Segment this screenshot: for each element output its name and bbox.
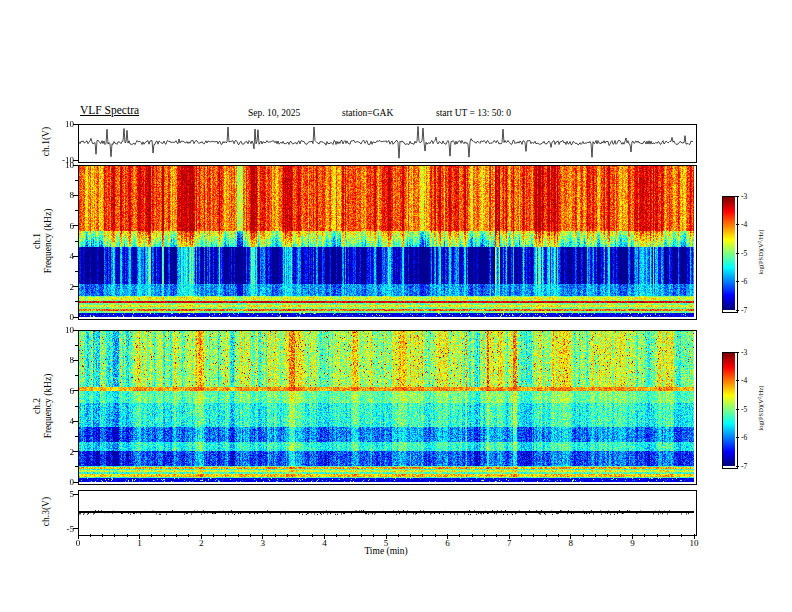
freq-tick-label: 0 [50,312,74,322]
freq-tick-label: 6 [50,221,74,231]
time-minor-tick-mark [459,534,460,537]
time-minor-tick-mark [287,534,288,537]
time-minor-tick-mark [90,534,91,537]
colorbar-tick-mark [736,380,739,381]
ch3-waveform-canvas [79,491,694,533]
colorbar-tick-label: -3 [741,348,747,357]
time-minor-tick-mark [595,534,596,537]
time-minor-tick-mark [484,534,485,537]
time-minor-tick-mark [164,534,165,537]
freq-minor-tick-mark [75,271,78,272]
freq-minor-tick-mark [75,466,78,467]
time-minor-tick-mark [188,534,189,537]
colorbar-tick-label: -7 [741,306,747,315]
colorbar-tick-mark [736,352,739,353]
freq-tick-label: 2 [50,282,74,292]
time-tick-label: 9 [622,538,642,548]
time-tick-label: 8 [561,538,581,548]
time-minor-tick-mark [102,534,103,537]
time-tick-label: 0 [68,538,88,548]
freq-minor-tick-mark [75,241,78,242]
freq-minor-tick-mark [75,180,78,181]
freq-tick-label: 2 [50,447,74,457]
freq-tick-label: 6 [50,386,74,396]
colorbar-tick-label: -5 [741,249,747,258]
wave1-tick-label: -10 [50,155,74,165]
time-minor-tick-mark [114,534,115,537]
freq-tick-label: 8 [50,355,74,365]
freq-tick-label: 10 [50,325,74,335]
colorbar-tick-mark [736,310,739,311]
wave3-tick-label: -5 [50,524,74,534]
time-minor-tick-mark [472,534,473,537]
colorbar-tick-label: -3 [741,192,747,201]
time-tick-label: 7 [499,538,519,548]
header-date: Sep. 10, 2025 [248,108,300,118]
time-minor-tick-mark [620,534,621,537]
colorbar-tick-label: -5 [741,405,747,414]
time-minor-tick-mark [275,534,276,537]
time-minor-tick-mark [250,534,251,537]
time-minor-tick-mark [398,534,399,537]
freq-tick-label: 4 [50,251,74,261]
time-minor-tick-mark [496,534,497,537]
freq-minor-tick-mark [75,375,78,376]
wave1-tick-label: 10 [50,119,74,129]
time-tick-label: 2 [191,538,211,548]
ch2-spec-ylabel-line1: ch.2 [32,346,43,466]
time-minor-tick-mark [607,534,608,537]
time-minor-tick-mark [127,534,128,537]
time-minor-tick-mark [435,534,436,537]
ch1-spec-ylabel-line1: ch.1 [32,181,43,301]
time-tick-label: 3 [253,538,273,548]
time-minor-tick-mark [558,534,559,537]
colorbar-tick-label: -7 [741,462,747,471]
colorbar-tick-mark [736,437,739,438]
colorbar-tick-mark [736,196,739,197]
time-minor-tick-mark [151,534,152,537]
colorbar-ch1-label: log(PSD)(V²/Hz) [757,207,765,297]
ch2-spectrogram-canvas [79,331,694,482]
time-minor-tick-mark [583,534,584,537]
time-minor-tick-mark [349,534,350,537]
freq-minor-tick-mark [75,301,78,302]
colorbar-tick-label: -6 [741,277,747,286]
time-minor-tick-mark [373,534,374,537]
time-minor-tick-mark [422,534,423,537]
time-minor-tick-mark [644,534,645,537]
colorbar-ch1-canvas [723,197,735,310]
time-minor-tick-mark [521,534,522,537]
colorbar-ch2-canvas [723,353,735,466]
freq-tick-label: 8 [50,190,74,200]
colorbar-tick-mark [736,409,739,410]
time-minor-tick-mark [361,534,362,537]
time-minor-tick-mark [410,534,411,537]
time-minor-tick-mark [238,534,239,537]
colorbar-tick-mark [736,281,739,282]
freq-tick-label: 0 [50,477,74,487]
time-tick-label: 1 [130,538,150,548]
colorbar-tick-mark [736,253,739,254]
time-tick-label: 4 [314,538,334,548]
freq-minor-tick-mark [75,210,78,211]
header-start-ut: start UT = 13: 50: 0 [436,108,511,118]
vlf-spectra-figure: VLF Spectra Sep. 10, 2025 station=GAK st… [0,0,792,612]
colorbar-tick-label: -4 [741,376,747,385]
header-station: station=GAK [342,108,393,118]
ch1-spectrogram-canvas [79,166,694,317]
freq-minor-tick-mark [75,406,78,407]
colorbar-tick-mark [736,224,739,225]
time-minor-tick-mark [533,534,534,537]
time-minor-tick-mark [176,534,177,537]
time-minor-tick-mark [299,534,300,537]
time-minor-tick-mark [546,534,547,537]
freq-minor-tick-mark [75,345,78,346]
time-minor-tick-mark [213,534,214,537]
time-tick-label: 6 [438,538,458,548]
colorbar-tick-mark [736,466,739,467]
freq-tick-label: 4 [50,416,74,426]
colorbar-ch2-label: log(PSD)(V²/Hz) [757,363,765,453]
wave3-tick-label: 5 [50,489,74,499]
colorbar-tick-label: -6 [741,433,747,442]
time-minor-tick-mark [225,534,226,537]
